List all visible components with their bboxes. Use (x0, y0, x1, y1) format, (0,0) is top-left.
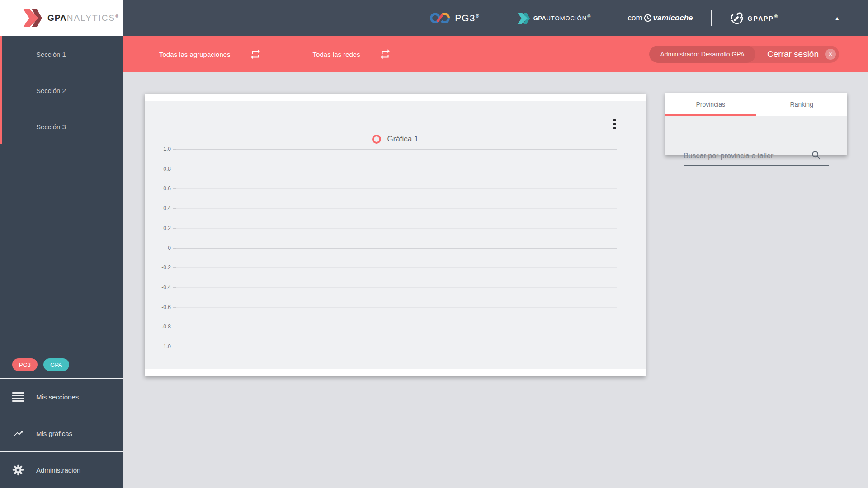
axis-tick (173, 188, 176, 189)
kebab-dot (613, 127, 616, 129)
y-tick-label: -0.6 (161, 304, 171, 310)
tab-label: Provincias (696, 101, 725, 108)
gridline (176, 307, 617, 308)
axis-tick (173, 228, 176, 229)
gpautomocion-arrow-icon (516, 12, 530, 24)
chart-legend: Gráfica 1 (145, 135, 646, 144)
sidebar-badges: PG3 GPA (12, 358, 69, 371)
gpautomocion-label: GPAUTOMOCIÓN® (533, 14, 591, 22)
gridline (176, 228, 617, 229)
provinces-panel: Provincias Ranking (665, 93, 847, 155)
section-label: Sección 1 (36, 51, 66, 58)
header-divider (711, 10, 712, 26)
comprobamicoche-logo: com vamicoche (627, 14, 693, 23)
y-tick-label: 1.0 (163, 146, 171, 152)
gpanalytics-arrow-icon (21, 8, 42, 28)
gridline (176, 347, 617, 347)
axis-tick (173, 169, 176, 169)
pg3-logo: PG3® (429, 11, 479, 25)
logout-button[interactable]: Cerrar sesión (767, 49, 819, 59)
badge-label: GPA (50, 361, 62, 368)
axis-tick (173, 307, 176, 308)
sidebar-item-administracion[interactable]: Administración (0, 451, 123, 488)
close-session-icon[interactable]: ✕ (825, 49, 836, 60)
gear-icon (12, 464, 26, 476)
gpanalytics-logo-text: GPANALYTICS® (47, 13, 119, 23)
y-tick-label: -0.8 (161, 324, 171, 330)
gridline (176, 327, 617, 327)
swap-icon[interactable] (250, 48, 261, 60)
kebab-dot (613, 119, 616, 121)
kebab-dot (613, 123, 616, 125)
networks-filter-label: Todas las redes (313, 51, 360, 58)
gridline (176, 169, 617, 169)
groupings-filter-label: Todas las agrupaciones (159, 51, 231, 58)
axis-tick (173, 327, 176, 327)
pg3-infinity-icon (429, 11, 451, 25)
comprobamicoche-post: vamicoche (653, 14, 693, 23)
y-tick-label: 0 (168, 245, 171, 251)
axis-tick (173, 347, 176, 347)
sidebar-item-mis-graficas[interactable]: Mis gráficas (0, 415, 123, 451)
badge-label: PG3 (19, 361, 31, 368)
sidebar-item-seccion-2[interactable]: Sección 2 (0, 72, 123, 108)
sidebar: GPANALYTICS® Sección 1 Sección 2 Sección… (0, 0, 123, 488)
sidebar-item-mis-secciones[interactable]: Mis secciones (0, 378, 123, 415)
sidebar-badge[interactable]: PG3 (12, 358, 38, 371)
plot-area: 1.00.80.60.40.20-0.2-0.4-0.6-0.8-1.0 (176, 149, 617, 347)
networks-filter[interactable]: Todas las redes (313, 48, 391, 60)
search-icon[interactable] (811, 150, 821, 160)
session-pill: Administrador Desarrollo GPA Cerrar sesi… (649, 46, 839, 63)
user-name-chip: Administrador Desarrollo GPA (649, 46, 755, 63)
section-label: Sección 2 (36, 87, 66, 94)
chart-options-button[interactable] (612, 117, 618, 131)
gridline (176, 287, 617, 288)
logo-rest: NALYTICS (67, 13, 116, 23)
gridline (176, 267, 617, 268)
gridline (176, 188, 617, 189)
legend-series-icon[interactable] (372, 135, 381, 144)
filter-bar: Todas las agrupaciones Todas las redes A… (123, 36, 868, 72)
sidebar-bottom-menu: Mis secciones Mis gráficas (0, 378, 123, 488)
chart-background: Gráfica 1 1.00.80.60.40.20-0.2-0.4-0.6-0… (145, 101, 646, 369)
y-tick-label: -1.0 (161, 343, 171, 350)
y-tick-label: 0.4 (163, 205, 171, 211)
menu-label: Mis secciones (36, 393, 79, 401)
y-tick-label: -0.2 (161, 264, 171, 271)
sidebar-badge[interactable]: GPA (43, 358, 69, 371)
search-input[interactable] (684, 152, 829, 166)
gridline (176, 149, 617, 150)
tab-provincias[interactable]: Provincias (665, 93, 756, 116)
top-header: PG3® GPAUTOMOCIÓN® com vamicoche GPΛPP® … (123, 0, 868, 36)
axis-tick (173, 267, 176, 268)
line-chart-icon (12, 428, 26, 439)
sidebar-item-seccion-1[interactable]: Sección 1 (0, 36, 123, 72)
tab-ranking[interactable]: Ranking (756, 93, 848, 116)
header-divider (609, 10, 609, 26)
header-divider (797, 10, 797, 26)
axis-tick (173, 208, 176, 209)
tab-label: Ranking (790, 101, 813, 108)
menu-label: Administración (36, 466, 80, 474)
collapse-header-button[interactable]: ▲ (834, 15, 840, 22)
logo-gpa: GPA (47, 13, 67, 23)
groupings-filter[interactable]: Todas las agrupaciones (159, 48, 261, 60)
gpapp-label: GPΛPP® (748, 14, 779, 22)
sections-list: Sección 1 Sección 2 Sección 3 (0, 36, 123, 145)
sidebar-item-seccion-3[interactable]: Sección 3 (0, 108, 123, 145)
clock-icon (643, 14, 652, 23)
gridline (176, 248, 617, 249)
panel-tabs: Provincias Ranking (665, 93, 847, 116)
chart-card: Gráfica 1 1.00.80.60.40.20-0.2-0.4-0.6-0… (145, 94, 646, 376)
axis-tick (173, 248, 176, 249)
gpapp-wrench-icon (730, 11, 744, 25)
y-tick-label: 0.6 (163, 185, 171, 192)
swap-icon[interactable] (379, 48, 391, 60)
pg3-label: PG3® (455, 13, 479, 23)
legend-series-label: Gráfica 1 (387, 135, 419, 144)
header-divider (498, 10, 498, 26)
gpapp-logo: GPΛPP® (730, 11, 779, 25)
axis-tick (173, 149, 176, 150)
gridline (176, 208, 617, 209)
gpanalytics-logo[interactable]: GPANALYTICS® (0, 0, 123, 36)
